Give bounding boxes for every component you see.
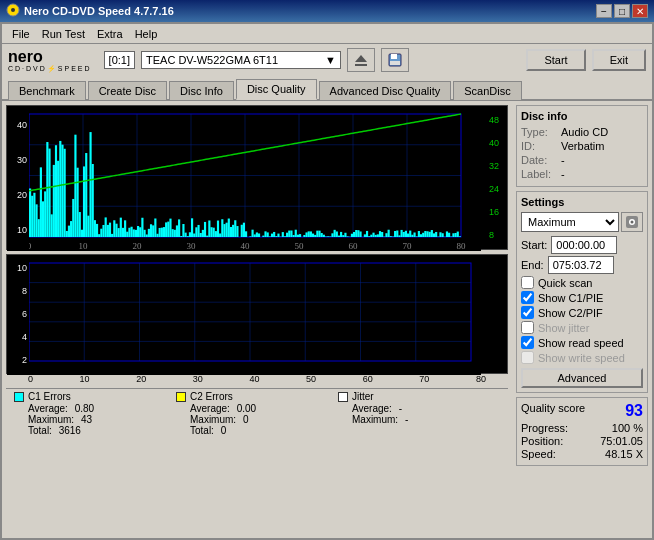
c2-total-row: Total: 0 <box>190 425 338 436</box>
menu-run-test[interactable]: Run Test <box>36 26 91 42</box>
tab-create-disc[interactable]: Create Disc <box>88 81 167 100</box>
position-row: Position: 75:01.05 <box>521 435 643 447</box>
advanced-button[interactable]: Advanced <box>521 368 643 388</box>
eject-button[interactable] <box>347 48 375 72</box>
tab-advanced-disc-quality[interactable]: Advanced Disc Quality <box>319 81 452 100</box>
show-c1-label: Show C1/PIE <box>538 292 603 304</box>
title-bar: Nero CD-DVD Speed 4.7.7.16 − □ ✕ <box>0 0 654 22</box>
svg-rect-3 <box>355 64 367 66</box>
speed-result-row: Speed: 48.15 X <box>521 448 643 460</box>
content-area: 40 30 20 10 48 40 32 24 16 8 <box>2 101 652 525</box>
minimize-button[interactable]: − <box>596 4 612 18</box>
settings-section: Settings Maximum Start: <box>516 191 648 393</box>
show-write-speed-checkbox[interactable] <box>521 351 534 364</box>
title-bar-icon <box>6 3 20 19</box>
maximize-button[interactable]: □ <box>614 4 630 18</box>
settings-icon-btn[interactable] <box>621 212 643 232</box>
jitter-avg-row: Average: - <box>352 403 500 414</box>
tab-scandisc[interactable]: ScanDisc <box>453 81 521 100</box>
drive-label: [0:1] <box>104 51 135 69</box>
disc-id-row: ID: Verbatim <box>521 140 643 152</box>
menu-extra[interactable]: Extra <box>91 26 129 42</box>
end-row: End: <box>521 256 643 274</box>
c1-color <box>14 392 24 402</box>
c1-max-row: Maximum: 43 <box>28 414 176 425</box>
menu-bar: File Run Test Extra Help <box>2 24 652 44</box>
drive-name: TEAC DV-W522GMA 6T11 <box>146 54 278 66</box>
svg-rect-5 <box>391 54 397 59</box>
jitter-label: Jitter <box>352 391 374 402</box>
svg-rect-6 <box>390 61 400 65</box>
quality-score-row: Quality score 93 <box>521 402 643 420</box>
c2-max-row: Maximum: 0 <box>190 414 338 425</box>
drive-dropdown[interactable]: TEAC DV-W522GMA 6T11 ▼ <box>141 51 341 69</box>
end-input[interactable] <box>548 256 614 274</box>
disc-info-title: Disc info <box>521 110 643 122</box>
show-c2-row: Show C2/PIF <box>521 306 643 319</box>
menu-file[interactable]: File <box>6 26 36 42</box>
c2-color <box>176 392 186 402</box>
c1-avg-row: Average: 0.80 <box>28 403 176 414</box>
svg-marker-2 <box>355 55 367 62</box>
c2-label: C2 Errors <box>190 391 233 402</box>
menu-help[interactable]: Help <box>129 26 164 42</box>
tab-disc-info[interactable]: Disc Info <box>169 81 234 100</box>
show-c2-checkbox[interactable] <box>521 306 534 319</box>
top-chart: 40 30 20 10 48 40 32 24 16 8 <box>6 105 508 250</box>
dropdown-arrow: ▼ <box>325 54 336 66</box>
quality-score-label: Quality score <box>521 402 585 420</box>
svg-point-9 <box>631 221 634 224</box>
speed-dropdown[interactable]: Maximum <box>521 212 619 232</box>
jitter-max-row: Maximum: - <box>352 414 500 425</box>
start-row: Start: <box>521 236 643 254</box>
show-c1-row: Show C1/PIE <box>521 291 643 304</box>
tab-benchmark[interactable]: Benchmark <box>8 81 86 100</box>
c2-avg-row: Average: 0.00 <box>190 403 338 414</box>
speed-row: Maximum <box>521 212 643 232</box>
main-window: File Run Test Extra Help nero CD·DVD⚡SPE… <box>0 22 654 540</box>
show-read-speed-checkbox[interactable] <box>521 336 534 349</box>
show-jitter-checkbox[interactable] <box>521 321 534 334</box>
right-panel: Disc info Type: Audio CD ID: Verbatim Da… <box>512 101 652 525</box>
tab-disc-quality[interactable]: Disc Quality <box>236 79 317 100</box>
show-c1-checkbox[interactable] <box>521 291 534 304</box>
nero-logo: nero CD·DVD⚡SPEED <box>8 49 92 72</box>
chart-column: 40 30 20 10 48 40 32 24 16 8 <box>2 101 512 525</box>
toolbar: nero CD·DVD⚡SPEED [0:1] TEAC DV-W522GMA … <box>2 44 652 76</box>
disc-date-row: Date: - <box>521 154 643 166</box>
c1-label: C1 Errors <box>28 391 71 402</box>
show-c2-label: Show C2/PIF <box>538 307 603 319</box>
legend-area: C1 Errors Average: 0.80 Maximum: 43 Tota… <box>6 388 508 438</box>
quick-scan-label: Quick scan <box>538 277 592 289</box>
settings-title: Settings <box>521 196 643 208</box>
start-button[interactable]: Start <box>526 49 585 71</box>
close-button[interactable]: ✕ <box>632 4 648 18</box>
disc-type-row: Type: Audio CD <box>521 126 643 138</box>
disc-label-row: Label: - <box>521 168 643 180</box>
show-read-speed-row: Show read speed <box>521 336 643 349</box>
show-read-speed-label: Show read speed <box>538 337 624 349</box>
quick-scan-checkbox[interactable] <box>521 276 534 289</box>
x-axis-labels: 0 10 20 30 40 50 60 70 80 <box>6 374 508 384</box>
tab-bar: Benchmark Create Disc Disc Info Disc Qua… <box>2 76 652 101</box>
jitter-color <box>338 392 348 402</box>
legend-c1: C1 Errors Average: 0.80 Maximum: 43 Tota… <box>14 391 176 436</box>
quick-scan-row: Quick scan <box>521 276 643 289</box>
disc-info-section: Disc info Type: Audio CD ID: Verbatim Da… <box>516 105 648 187</box>
start-input[interactable] <box>551 236 617 254</box>
show-jitter-label: Show jitter <box>538 322 589 334</box>
c1-total-row: Total: 3616 <box>28 425 176 436</box>
legend-jitter: Jitter Average: - Maximum: - <box>338 391 500 436</box>
save-button[interactable] <box>381 48 409 72</box>
exit-button[interactable]: Exit <box>592 49 646 71</box>
svg-point-1 <box>11 8 15 12</box>
show-jitter-row: Show jitter <box>521 321 643 334</box>
progress-row: Progress: 100 % <box>521 422 643 434</box>
legend-c2: C2 Errors Average: 0.00 Maximum: 0 Total… <box>176 391 338 436</box>
quality-section: Quality score 93 Progress: 100 % Positio… <box>516 397 648 466</box>
show-write-speed-label: Show write speed <box>538 352 625 364</box>
bottom-chart: 10 8 6 4 2 <box>6 254 508 374</box>
show-write-speed-row: Show write speed <box>521 351 643 364</box>
title-bar-title: Nero CD-DVD Speed 4.7.7.16 <box>24 5 596 17</box>
quality-score-value: 93 <box>625 402 643 420</box>
